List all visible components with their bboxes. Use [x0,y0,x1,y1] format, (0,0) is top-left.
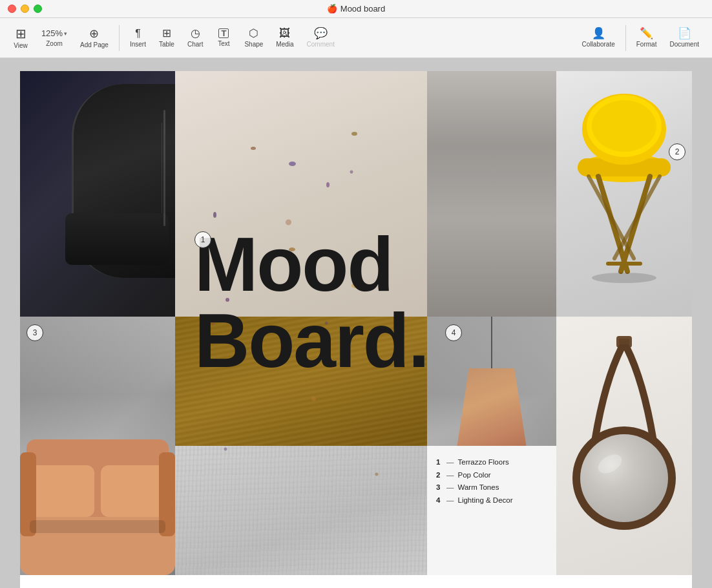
view-icon: ⊞ [16,27,26,40]
mirror-visual [556,317,692,575]
terrazzo-speck [351,283,361,288]
zoom-label: Zoom [46,40,63,47]
svg-rect-13 [30,465,94,517]
add-page-label: Add Page [80,41,109,48]
text-button[interactable]: T Text [209,25,238,51]
cell-yellow-chair [556,71,692,317]
sofa-container [20,420,175,575]
chair-highlight [163,110,165,226]
canvas-area: 1 — Terrazzo Floors 2 — Pop Color 3 — Wa… [0,58,712,588]
legend-item-1: 1 — Terrazzo Floors [436,456,547,469]
fur-section [175,446,427,575]
terrazzo-speck [238,434,242,438]
svg-point-10 [592,273,656,283]
format-label: Format [636,41,657,48]
shape-label: Shape [244,41,263,48]
svg-line-7 [589,176,634,258]
table-icon: ⊞ [162,28,171,39]
close-button[interactable] [8,5,16,13]
cell-lamp: 1 — Terrazzo Floors 2 — Pop Color 3 — Wa… [427,317,556,575]
insert-button[interactable]: ¶ Insert [123,25,152,52]
mirror-svg [566,330,682,562]
chair-seat [65,213,169,265]
document-button[interactable]: 📄 Document [663,24,706,52]
cell-concrete [427,71,556,317]
terrazzo-speck [289,247,295,251]
leather-chair-visual [20,71,175,317]
terrazzo-speck [351,132,357,136]
terrazzo-speck [289,162,296,166]
svg-line-8 [614,176,660,258]
format-icon: ✏️ [640,28,653,39]
svg-point-4 [592,100,656,152]
sofa-svg [20,420,175,575]
insert-label: Insert [130,41,146,48]
cell-gray-wall [20,317,175,575]
document-icon: 📄 [678,28,691,39]
minimize-button[interactable] [21,5,29,13]
comment-label: Comment [307,41,335,48]
collaborate-label: Collaborate [582,41,615,48]
toolbar: ⊞ View 125% ▾ Zoom ⊕ Add Page ¶ Insert ⊞… [0,18,712,58]
zoom-control[interactable]: 125% ▾ Zoom [35,25,74,51]
table-button[interactable]: ⊞ Table [152,24,181,52]
maximize-button[interactable] [34,5,42,13]
concrete-texture [427,71,556,317]
document-label: Document [669,41,699,48]
legend-container: 1 — Terrazzo Floors 2 — Pop Color 3 — Wa… [427,446,556,575]
view-label: View [14,42,28,49]
chart-label: Chart [187,41,203,48]
cell-mirror [556,317,692,575]
page-badge-3: 3 [26,324,43,341]
media-label: Media [276,41,293,48]
zoom-value: 125% ▾ [41,28,67,38]
terrazzo-speck [314,348,322,353]
chair-highlight-2 [162,123,162,213]
traffic-lights [8,5,42,13]
wood-grain [175,317,427,575]
title-icon: 🍎 [327,4,337,14]
wood-section [175,317,427,575]
lamp-visual [456,317,527,452]
text-label: Text [218,40,229,47]
add-page-icon: ⊕ [89,28,99,39]
text-icon: T [218,28,229,38]
comment-button[interactable]: 💬 Comment [300,24,341,52]
chart-button[interactable]: ◷ Chart [181,24,209,52]
terrazzo-speck [326,182,330,187]
page-badge-1: 1 [194,231,211,248]
legend-item-3: 3 — Warm Tones [436,481,547,494]
mood-board: 1 — Terrazzo Floors 2 — Pop Color 3 — Wa… [20,71,692,588]
insert-icon: ¶ [135,28,141,39]
toolbar-separator-1 [119,25,120,51]
terrazzo-speck [251,147,256,150]
media-button[interactable]: 🖼 Media [269,24,300,52]
zoom-chevron-icon: ▾ [64,30,67,37]
view-button[interactable]: ⊞ View [6,23,35,53]
terrazzo-speck [326,474,331,478]
format-button[interactable]: ✏️ Format [630,24,664,52]
media-icon: 🖼 [279,28,290,39]
yellow-chair-svg [569,90,679,297]
lamp-highlight [465,323,472,362]
legend-list: 1 — Terrazzo Floors 2 — Pop Color 3 — Wa… [436,456,547,507]
shape-button[interactable]: ⬡ Shape [238,24,269,52]
yellow-chair-container [556,71,692,317]
add-page-button[interactable]: ⊕ Add Page [74,24,115,52]
page-badge-4: 4 [445,324,462,341]
cell-leather-chair [20,71,175,317]
legend-item-4: 4 — Lighting & Decor [436,494,547,507]
terrazzo-speck [213,212,216,218]
cell-terrazzo [175,71,427,575]
terrazzo-speck [225,298,229,302]
chart-icon: ◷ [191,28,200,39]
svg-rect-19 [619,339,629,345]
toolbar-separator-2 [625,25,626,51]
lamp-cord [491,317,492,368]
lamp-shade [456,368,527,452]
collaborate-icon: 👤 [592,28,605,39]
window-title: 🍎 Mood board [327,4,385,14]
terrazzo-speck [264,399,268,402]
collaborate-button[interactable]: 👤 Collaborate [576,24,622,52]
legend-item-2: 2 — Pop Color [436,469,547,482]
